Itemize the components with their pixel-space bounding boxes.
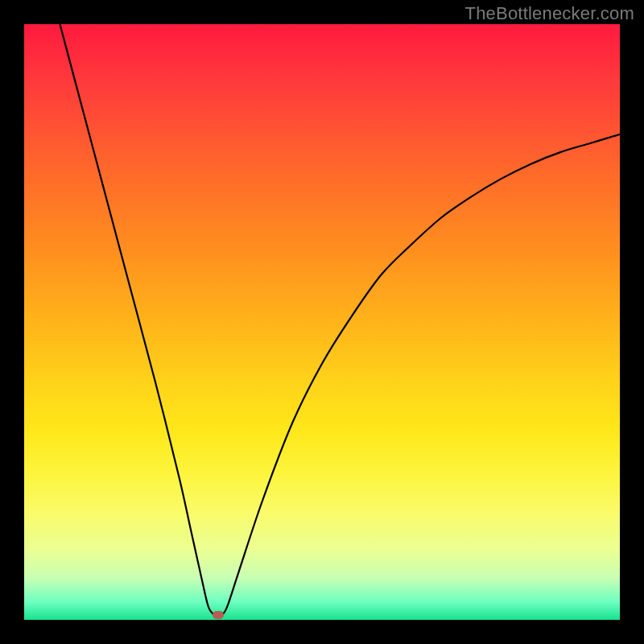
- chart-frame: TheBottlenecker.com: [0, 0, 644, 644]
- bottleneck-curve: [24, 24, 620, 620]
- optimal-point-marker: [213, 611, 224, 619]
- plot-area: [24, 24, 620, 620]
- watermark-text: TheBottlenecker.com: [465, 3, 634, 24]
